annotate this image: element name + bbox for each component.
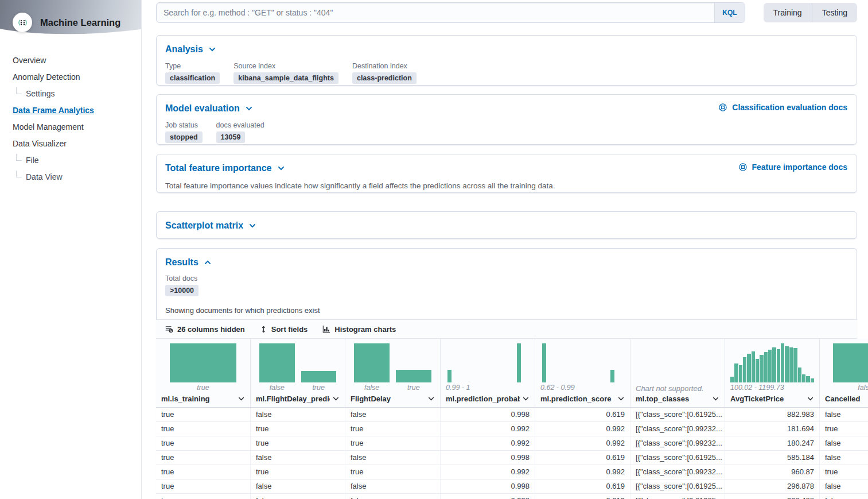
grid-cell-avgticketprice[interactable]: 296.878: [725, 479, 820, 493]
grid-cell-ml-is-training[interactable]: true: [156, 451, 251, 465]
grid-cell-ml-flightdelay-predictio[interactable]: false: [251, 479, 345, 493]
grid-cell-ml-is-training[interactable]: true: [156, 408, 251, 421]
column-header-name-ml-prediction-probabilit[interactable]: ml.prediction_probabilit: [441, 393, 535, 407]
sidebar-item-overview[interactable]: Overview: [13, 52, 141, 68]
model-evaluation-accordion-toggle[interactable]: Model evaluation: [165, 102, 253, 115]
grid-cell-flightdelay[interactable]: true: [345, 465, 441, 479]
grid-cell-ml-prediction-probabilit[interactable]: 0.998: [441, 451, 535, 465]
histogram-charts-button[interactable]: Histogram charts: [318, 323, 400, 336]
sidebar-item-data-view[interactable]: Data View: [16, 168, 141, 185]
grid-cell-ml-is-training[interactable]: true: [156, 494, 251, 499]
grid-cell-ml-flightdelay-predictio[interactable]: true: [251, 422, 345, 436]
grid-cell-cancelled[interactable]: false: [820, 451, 868, 465]
analysis-accordion-toggle[interactable]: Analysis: [165, 43, 216, 56]
training-filter-button[interactable]: Training: [764, 3, 812, 22]
grid-cell-ml-top-classes[interactable]: [{"class_score":[0.61925...: [630, 479, 725, 493]
sidebar-item-settings[interactable]: Settings: [16, 85, 141, 102]
column-header-name-cancelled[interactable]: Cancelled: [820, 393, 868, 407]
grid-cell-flightdelay[interactable]: false: [345, 494, 441, 499]
grid-cell-flightdelay[interactable]: true: [345, 436, 441, 450]
grid-cell-ml-flightdelay-predictio[interactable]: false: [251, 494, 345, 499]
grid-cell-cancelled[interactable]: false: [820, 436, 868, 450]
grid-cell-ml-is-training[interactable]: true: [156, 465, 251, 479]
grid-cell-ml-flightdelay-predictio[interactable]: false: [251, 451, 345, 465]
26-columns-hidden-button[interactable]: 26 columns hidden: [161, 323, 250, 336]
grid-cell-ml-top-classes[interactable]: [{"class_score":[0.61925...: [630, 451, 725, 465]
data-grid-toolbar: 26 columns hiddenSort fieldsHistogram ch…: [156, 319, 857, 339]
sidebar-item-model-management[interactable]: Model Management: [13, 118, 141, 135]
feature-importance-docs-link[interactable]: Feature importance docs: [738, 163, 848, 172]
grid-cell-ml-top-classes[interactable]: [{"class_score":[0.99232...: [630, 436, 725, 450]
grid-cell-ml-top-classes[interactable]: [{"class_score":[0.99232...: [630, 465, 725, 479]
sidebar-item-file[interactable]: File: [16, 152, 141, 168]
column-header-name-flightdelay[interactable]: FlightDelay: [345, 393, 440, 407]
grid-cell-ml-is-training[interactable]: true: [156, 479, 251, 493]
grid-cell-cancelled[interactable]: false: [820, 494, 868, 499]
grid-cell-ml-prediction-probabilit[interactable]: 0.992: [441, 422, 535, 436]
results-accordion-toggle[interactable]: Results: [165, 256, 212, 269]
column-header-name-ml-flightdelay-predictio[interactable]: ml.FlightDelay_predictio: [251, 393, 345, 407]
grid-cell-avgticketprice[interactable]: 180.247: [725, 436, 820, 450]
grid-cell-avgticketprice[interactable]: 181.694: [725, 422, 820, 436]
column-menu-chevron-icon[interactable]: [712, 395, 719, 403]
column-menu-chevron-icon[interactable]: [427, 395, 435, 403]
chart-not-supported-note: Chart not supported.: [636, 384, 704, 393]
column-menu-chevron-icon[interactable]: [332, 395, 340, 403]
column-menu-chevron-icon[interactable]: [807, 395, 814, 403]
grid-cell-ml-flightdelay-predictio[interactable]: false: [251, 408, 345, 421]
grid-cell-ml-top-classes[interactable]: [{"class_score":[0.61925...: [630, 494, 725, 499]
grid-cell-ml-prediction-probabilit[interactable]: 0.998: [441, 479, 535, 493]
grid-cell-cancelled[interactable]: false: [820, 479, 868, 493]
testing-filter-button[interactable]: Testing: [812, 3, 857, 22]
grid-cell-ml-prediction-probabilit[interactable]: 0.992: [441, 465, 535, 479]
grid-cell-ml-prediction-score[interactable]: 0.992: [535, 422, 630, 436]
kql-button[interactable]: KQL: [714, 3, 744, 22]
grid-cell-ml-prediction-probabilit[interactable]: 0.998: [441, 408, 535, 421]
grid-cell-ml-top-classes[interactable]: [{"class_score":[0.61925...: [630, 408, 725, 421]
column-menu-chevron-icon[interactable]: [617, 395, 625, 403]
feature-importance-accordion-toggle[interactable]: Total feature importance: [165, 162, 285, 175]
grid-cell-ml-prediction-probabilit[interactable]: 0.992: [441, 436, 535, 450]
grid-cell-ml-is-training[interactable]: true: [156, 422, 251, 436]
grid-cell-ml-prediction-score[interactable]: 0.619: [535, 479, 630, 493]
search-input[interactable]: [157, 3, 714, 22]
grid-cell-avgticketprice[interactable]: 906.438: [725, 494, 820, 499]
column-header-name-ml-prediction-score[interactable]: ml.prediction_score: [535, 393, 630, 407]
search-bar[interactable]: KQL: [156, 2, 745, 23]
grid-cell-ml-prediction-probabilit[interactable]: 0.998: [441, 494, 535, 499]
grid-cell-avgticketprice[interactable]: 882.983: [725, 408, 820, 421]
grid-cell-avgticketprice[interactable]: 585.184: [725, 451, 820, 465]
histogram-bar: [739, 365, 742, 382]
grid-cell-flightdelay[interactable]: false: [345, 408, 441, 421]
grid-cell-cancelled[interactable]: true: [820, 465, 868, 479]
grid-cell-ml-flightdelay-predictio[interactable]: true: [251, 436, 345, 450]
grid-cell-ml-prediction-score[interactable]: 0.992: [535, 436, 630, 450]
column-header-name-ml-is-training[interactable]: ml.is_training: [156, 393, 250, 407]
model-evaluation-panel: Model evaluation Classification evaluati…: [156, 94, 857, 145]
grid-cell-avgticketprice[interactable]: 960.87: [725, 465, 820, 479]
column-name-label: ml.prediction_score: [540, 394, 615, 403]
grid-cell-cancelled[interactable]: false: [820, 408, 868, 421]
sort-fields-button[interactable]: Sort fields: [255, 323, 313, 336]
column-header-flightdelay: falsetrueFlightDelay: [345, 339, 441, 407]
grid-cell-ml-is-training[interactable]: true: [156, 436, 251, 450]
classification-evaluation-docs-link[interactable]: Classification evaluation docs: [718, 103, 847, 112]
sidebar-item-data-visualizer[interactable]: Data Visualizer: [13, 135, 141, 152]
grid-cell-cancelled[interactable]: true: [820, 422, 868, 436]
grid-cell-flightdelay[interactable]: false: [345, 451, 441, 465]
grid-cell-ml-prediction-score[interactable]: 0.992: [535, 465, 630, 479]
sidebar-item-anomaly-detection[interactable]: Anomaly Detection: [13, 68, 141, 85]
grid-cell-ml-prediction-score[interactable]: 0.619: [535, 451, 630, 465]
column-header-name-ml-top-classes[interactable]: ml.top_classes: [630, 393, 725, 407]
grid-cell-flightdelay[interactable]: false: [345, 479, 441, 493]
grid-cell-ml-flightdelay-predictio[interactable]: true: [251, 465, 345, 479]
column-menu-chevron-icon[interactable]: [238, 395, 245, 403]
grid-cell-ml-prediction-score[interactable]: 0.619: [535, 494, 630, 499]
sidebar-item-data-frame-analytics[interactable]: Data Frame Analytics: [13, 102, 141, 118]
column-menu-chevron-icon[interactable]: [522, 395, 530, 403]
scatterplot-accordion-toggle[interactable]: Scatterplot matrix: [165, 219, 256, 232]
grid-cell-ml-prediction-score[interactable]: 0.619: [535, 408, 630, 421]
grid-cell-ml-top-classes[interactable]: [{"class_score":[0.99232...: [630, 422, 725, 436]
grid-cell-flightdelay[interactable]: true: [345, 422, 441, 436]
column-header-name-avgticketprice[interactable]: AvgTicketPrice: [725, 393, 819, 407]
